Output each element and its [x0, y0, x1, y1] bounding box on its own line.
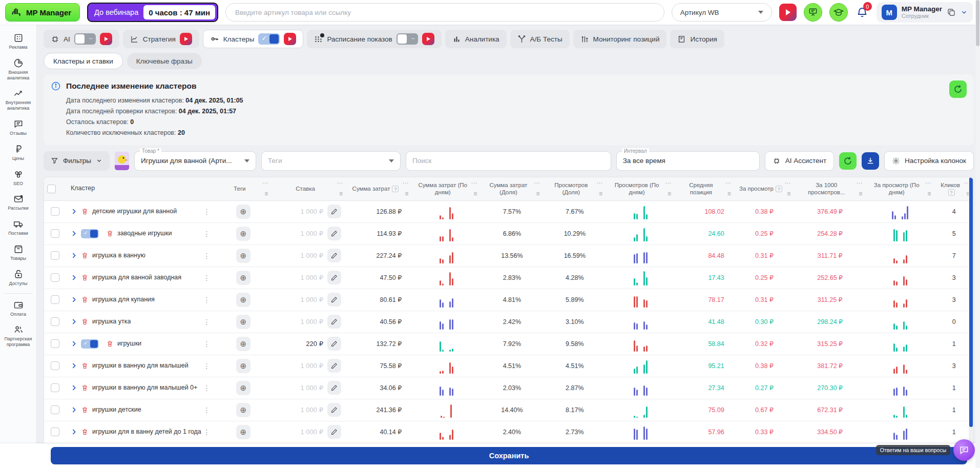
column-header-cluster[interactable]: Кластер — [66, 177, 215, 200]
column-menu-icon[interactable]: ⋯ — [925, 179, 931, 187]
expand-row-icon[interactable] — [71, 318, 77, 325]
ai-toggle[interactable]: − — [74, 33, 96, 45]
exclude-cluster-icon[interactable] — [81, 274, 89, 281]
column-menu-icon[interactable]: ⋯ — [402, 179, 408, 187]
tab-strategy[interactable]: Стратегия — [123, 30, 199, 48]
column-header-views-share[interactable]: Просмотров (Доля)⋯≡ — [544, 177, 606, 200]
tab-video-button[interactable] — [284, 33, 296, 45]
user-menu[interactable]: M MP Manager Сотрудник — [877, 2, 973, 23]
edit-bid-button[interactable] — [327, 425, 341, 439]
row-checkbox[interactable] — [51, 295, 59, 304]
logo-button[interactable]: MP Manager — [5, 3, 80, 22]
copy-icon[interactable] — [947, 8, 956, 17]
add-tag-button[interactable]: ⊕ — [236, 227, 251, 241]
column-filter-icon[interactable]: ≡ — [405, 190, 408, 198]
column-menu-icon[interactable]: ⋯ — [337, 179, 343, 187]
sidebar-item-payment[interactable]: Оплата — [2, 297, 35, 321]
exclude-cluster-icon[interactable] — [81, 384, 89, 392]
column-filter-icon[interactable]: ≡ — [536, 190, 540, 198]
column-header-per-view-days[interactable]: За просмотр (По дням)⋯≡ — [866, 177, 934, 200]
page-scrollbar[interactable] — [975, 0, 980, 468]
column-menu-icon[interactable]: ⋯ — [596, 179, 602, 187]
exclude-cluster-icon[interactable] — [106, 340, 114, 348]
tab-ai[interactable]: AI − — [44, 30, 119, 48]
select-all-checkbox[interactable] — [47, 185, 56, 193]
column-settings-button[interactable]: Настройка колонок — [884, 151, 974, 171]
column-filter-icon[interactable]: ≡ — [473, 190, 477, 198]
refresh-clusters-button[interactable] — [949, 80, 967, 98]
column-header-bid[interactable]: Ставка⋯≡ — [272, 177, 346, 200]
column-header-cost-days[interactable]: Сумма затрат (По дням)⋯≡ — [412, 177, 481, 200]
exclude-cluster-icon[interactable] — [81, 252, 89, 259]
tags-filter-field[interactable] — [261, 151, 401, 171]
row-checkbox[interactable] — [51, 361, 59, 370]
tab-analytics[interactable]: Аналитика — [445, 30, 507, 48]
edit-bid-button[interactable] — [327, 337, 341, 351]
row-checkbox[interactable] — [51, 251, 59, 260]
sidebar-item-mailings[interactable]: Рассылки — [2, 191, 35, 215]
video-help-button[interactable] — [779, 4, 797, 21]
exclude-cluster-icon[interactable] — [81, 296, 89, 303]
column-filter-icon[interactable]: ≡ — [264, 190, 268, 198]
refresh-table-button[interactable] — [839, 152, 857, 170]
row-checkbox[interactable] — [51, 339, 59, 348]
edit-bid-button[interactable] — [327, 359, 341, 373]
exclude-cluster-icon[interactable] — [81, 318, 89, 325]
expand-row-icon[interactable] — [71, 208, 77, 215]
webinar-presentation-button[interactable] — [804, 3, 822, 22]
exclude-cluster-icon[interactable] — [81, 208, 89, 215]
edit-bid-button[interactable] — [327, 293, 341, 307]
subtab-key-phrases[interactable]: Ключевые фразы — [127, 53, 202, 69]
column-menu-icon[interactable]: ⋯ — [471, 179, 477, 187]
add-tag-button[interactable]: ⊕ — [236, 337, 251, 351]
add-tag-button[interactable]: ⊕ — [236, 249, 251, 263]
webinar-banner[interactable]: До вебинара 0 часов : 47 мин — [87, 3, 218, 22]
expand-row-icon[interactable] — [71, 296, 77, 303]
add-tag-button[interactable]: ⊕ — [236, 381, 251, 395]
add-tag-button[interactable]: ⊕ — [236, 293, 251, 307]
edit-bid-button[interactable] — [327, 227, 341, 240]
row-menu-icon[interactable]: ⋮ — [203, 252, 211, 260]
column-menu-icon[interactable]: ⋯ — [534, 179, 540, 187]
help-icon[interactable]: ? — [392, 186, 399, 192]
exclude-cluster-icon[interactable] — [81, 406, 89, 414]
sidebar-item-ads[interactable]: Реклама — [2, 30, 35, 54]
sidebar-item-access[interactable]: Доступы — [2, 266, 35, 290]
row-checkbox[interactable] — [51, 273, 59, 282]
expand-row-icon[interactable] — [71, 429, 77, 435]
column-menu-icon[interactable]: ⋯ — [262, 179, 268, 187]
add-tag-button[interactable]: ⊕ — [236, 425, 251, 439]
chat-button[interactable] — [953, 439, 975, 461]
column-filter-icon[interactable]: ≡ — [339, 190, 343, 198]
tab-monitoring[interactable]: Мониторинг позиций — [573, 30, 667, 48]
sidebar-item-internal-analytics[interactable]: Внутренняя аналитика — [2, 85, 35, 115]
row-menu-icon[interactable]: ⋮ — [203, 274, 211, 282]
expand-row-icon[interactable] — [71, 230, 77, 237]
exclude-cluster-icon[interactable] — [81, 428, 89, 436]
sidebar-item-partner-program[interactable]: Партнерская программа — [2, 321, 35, 351]
search-input[interactable] — [225, 3, 664, 22]
row-menu-icon[interactable]: ⋮ — [203, 428, 211, 436]
column-header-tags[interactable]: Теги⋯≡ — [215, 177, 272, 200]
sidebar-item-reviews[interactable]: Отзывы — [2, 116, 35, 140]
edit-bid-button[interactable] — [327, 381, 341, 395]
edit-bid-button[interactable] — [327, 205, 341, 218]
exclude-cluster-icon[interactable] — [81, 362, 89, 370]
column-filter-icon[interactable]: ≡ — [727, 190, 731, 198]
expand-row-icon[interactable] — [71, 252, 77, 259]
edit-bid-button[interactable] — [327, 249, 341, 262]
column-filter-icon[interactable]: ≡ — [787, 190, 790, 198]
schedule-toggle[interactable]: − — [397, 33, 418, 45]
column-menu-icon[interactable]: ⋯ — [784, 179, 790, 187]
column-filter-icon[interactable]: ≡ — [668, 190, 671, 198]
help-icon[interactable]: ? — [776, 186, 782, 192]
sidebar-item-seo[interactable]: SEO — [2, 166, 35, 190]
tags-input[interactable] — [268, 157, 389, 165]
clusters-toggle[interactable]: ✓ — [258, 33, 280, 45]
expand-row-icon[interactable] — [71, 274, 77, 281]
expand-row-icon[interactable] — [71, 340, 77, 347]
education-button[interactable] — [829, 3, 848, 22]
column-menu-icon[interactable]: ⋯ — [856, 179, 862, 187]
edit-bid-button[interactable] — [327, 315, 341, 329]
tab-video-button[interactable] — [422, 33, 434, 45]
